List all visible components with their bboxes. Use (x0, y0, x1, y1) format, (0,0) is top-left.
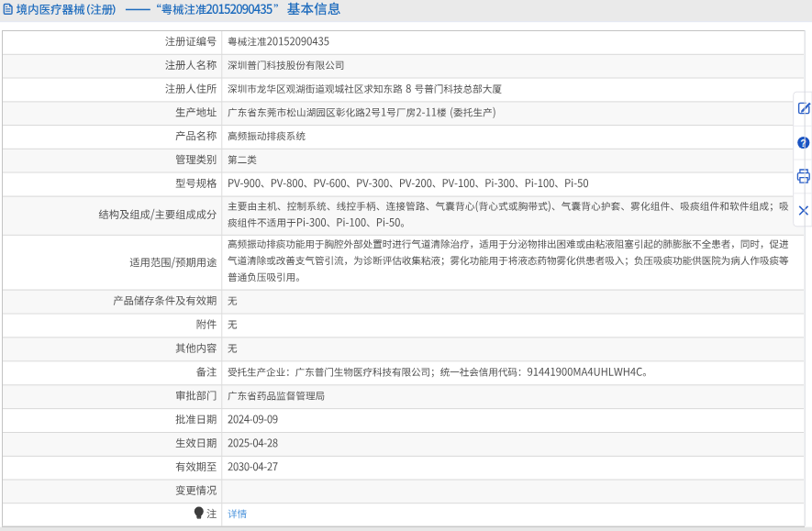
svg-text:?: ? (800, 138, 806, 149)
